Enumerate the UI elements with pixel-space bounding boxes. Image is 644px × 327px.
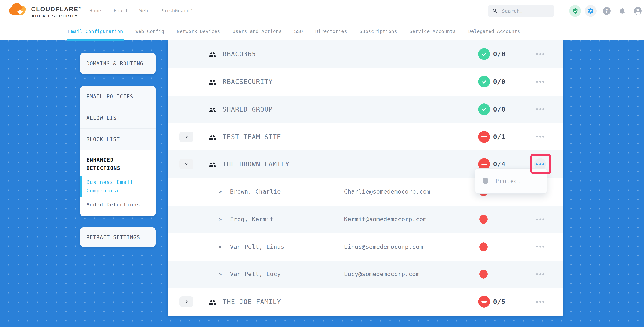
sidebar-item-domains-routing[interactable]: DOMAINS & ROUTING xyxy=(80,53,156,74)
member-name: Brown, Charlie xyxy=(230,188,281,195)
member-row: >Van Pelt, LucyLucy@somedemocorp.com xyxy=(168,261,563,288)
member-row: >Van Pelt, LinusLinus@somedemocorp.com xyxy=(168,233,563,261)
protect-menu: Protect xyxy=(475,168,547,194)
group-row: SHARED_GROUP0/0 xyxy=(168,95,563,123)
member-email: Charlie@somedemocorp.com xyxy=(344,188,430,195)
sidebar-item-block-list[interactable]: BLOCK LIST xyxy=(80,128,156,150)
sidebar-section-enhanced-detections[interactable]: ENHANCED DETECTIONS Business Email Compr… xyxy=(80,150,156,216)
notifications-bell-icon[interactable] xyxy=(616,5,628,17)
member-name: Frog, Kermit xyxy=(230,216,274,223)
member-row: >Frog, KermitKermit@somedemocorp.com xyxy=(168,206,563,233)
member-caret-icon: > xyxy=(219,271,222,277)
tab-subscriptions[interactable]: Subscriptions xyxy=(360,22,397,41)
row-actions-menu-button[interactable] xyxy=(536,136,545,138)
top-nav-link-web[interactable]: Web xyxy=(139,8,148,13)
member-caret-icon: > xyxy=(219,189,222,195)
member-email: Kermit@somedemocorp.com xyxy=(344,216,427,223)
tab-web-config[interactable]: Web Config xyxy=(136,22,164,41)
group-icon xyxy=(208,78,216,85)
row-actions-menu-button[interactable] xyxy=(536,246,545,248)
protected-count: 0/5 xyxy=(493,298,506,306)
sidebar-item-business-email-compromise[interactable]: Business Email Compromise xyxy=(80,178,156,195)
row-actions-menu-button[interactable] xyxy=(536,108,545,110)
tab-users-and-actions[interactable]: Users and Actions xyxy=(232,22,282,41)
member-email: Lucy@somedemocorp.com xyxy=(344,271,420,278)
search-icon xyxy=(492,8,498,13)
tab-directories[interactable]: Directories xyxy=(315,22,347,41)
sidebar-item-email-policies[interactable]: EMAIL POLICIES xyxy=(80,86,156,107)
sidebar-label: RETRACT SETTINGS xyxy=(86,234,140,240)
row-actions-menu-button[interactable] xyxy=(536,81,545,83)
account-avatar-icon[interactable] xyxy=(632,5,644,17)
protect-menu-item[interactable]: Protect xyxy=(495,178,521,185)
member-email: Linus@somedemocorp.com xyxy=(344,243,423,250)
enhanced-detections-title: ENHANCED DETECTIONS xyxy=(80,156,156,172)
sidebar-item-retract-settings[interactable]: RETRACT SETTINGS xyxy=(80,228,156,247)
protection-status-icon[interactable] xyxy=(569,5,581,17)
collapse-group-button[interactable] xyxy=(180,159,194,170)
search-input[interactable] xyxy=(501,7,549,14)
expand-group-button[interactable] xyxy=(180,297,194,307)
screen: CLOUDFLARE® AREA 1 SECURITY HomeEmailWeb… xyxy=(0,0,644,327)
content-area: DOMAINS & ROUTING EMAIL POLICIESALLOW LI… xyxy=(0,40,644,327)
row-actions-menu-button[interactable] xyxy=(536,218,545,220)
protected-count: 0/0 xyxy=(493,105,506,113)
shield-icon xyxy=(482,177,489,185)
help-icon[interactable]: ? xyxy=(601,5,612,17)
top-bar: CLOUDFLARE® AREA 1 SECURITY HomeEmailWeb… xyxy=(0,0,644,22)
search-box[interactable] xyxy=(488,5,554,17)
top-nav-link-email[interactable]: Email xyxy=(114,8,128,13)
group-icon xyxy=(208,299,216,305)
svg-text:?: ? xyxy=(605,8,608,14)
group-name: THE JOE FAMILY xyxy=(222,298,281,306)
status-blocked-badge xyxy=(478,131,490,142)
protected-count: 0/0 xyxy=(493,50,506,58)
member-caret-icon: > xyxy=(219,216,222,222)
top-nav-link-home[interactable]: Home xyxy=(90,8,101,13)
tab-email-configuration[interactable]: Email Configuration xyxy=(68,22,123,41)
area1-dashboard: CLOUDFLARE® AREA 1 SECURITY HomeEmailWeb… xyxy=(0,0,644,327)
status-check-badge xyxy=(478,76,490,87)
expand-group-button[interactable] xyxy=(180,131,194,142)
tab-service-accounts[interactable]: Service Accounts xyxy=(410,22,456,41)
top-bar-icons: ? xyxy=(560,0,644,22)
group-icon xyxy=(208,51,216,57)
group-icon xyxy=(208,161,216,167)
settings-gear-icon[interactable] xyxy=(585,5,596,17)
status-check-badge xyxy=(478,103,490,115)
group-name: SHARED_GROUP xyxy=(222,105,273,113)
top-nav: HomeEmailWebPhishGuard™ xyxy=(0,0,202,22)
status-unprotected-dot xyxy=(480,270,488,279)
status-unprotected-dot xyxy=(480,242,488,251)
group-row: RBACO3650/0 xyxy=(168,40,563,68)
row-actions-menu-button[interactable] xyxy=(536,273,545,275)
member-name: Van Pelt, Linus xyxy=(230,243,284,250)
status-blocked-badge xyxy=(478,296,490,308)
group-row: TEST TEAM SITE0/1 xyxy=(168,123,563,151)
sidebar-item-added-detections[interactable]: Added Detections xyxy=(80,200,156,209)
sidebar-item-allow-list[interactable]: ALLOW LIST xyxy=(80,107,156,128)
row-actions-menu-button[interactable] xyxy=(536,301,545,303)
top-nav-link-phishguard-[interactable]: PhishGuard™ xyxy=(160,8,192,13)
tab-delegated-accounts[interactable]: Delegated Accounts xyxy=(468,22,520,41)
member-caret-icon: > xyxy=(219,244,222,250)
protected-count: 0/4 xyxy=(493,160,506,168)
group-icon xyxy=(208,134,216,140)
group-name: RBACSECURITY xyxy=(222,78,273,85)
group-row: THE JOE FAMILY0/5 xyxy=(168,288,563,316)
group-name: RBACO365 xyxy=(222,50,256,58)
group-name: TEST TEAM SITE xyxy=(222,133,281,141)
tab-network-devices[interactable]: Network Devices xyxy=(177,22,220,41)
sidebar-label: DOMAINS & ROUTING xyxy=(86,60,144,66)
member-name: Van Pelt, Lucy xyxy=(230,271,281,278)
group-name: THE BROWN FAMILY xyxy=(222,160,290,168)
protected-count: 0/0 xyxy=(493,78,506,85)
sidebar-policies-card: EMAIL POLICIESALLOW LISTBLOCK LIST ENHAN… xyxy=(80,86,156,216)
section-tabs: Email ConfigurationWeb ConfigNetwork Dev… xyxy=(0,22,644,40)
row-actions-menu-button[interactable] xyxy=(536,53,545,55)
group-row: RBACSECURITY0/0 xyxy=(168,68,563,96)
policy-items: EMAIL POLICIESALLOW LISTBLOCK LIST xyxy=(80,86,156,150)
protected-count: 0/1 xyxy=(493,133,506,141)
tab-sso[interactable]: SSO xyxy=(294,22,303,41)
status-unprotected-dot xyxy=(480,215,488,224)
